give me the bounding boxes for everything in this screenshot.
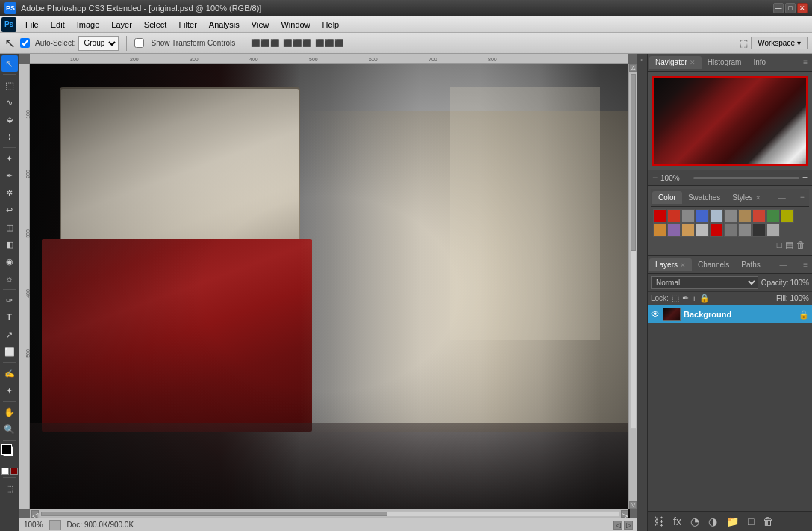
tool-move[interactable]: ↖ xyxy=(1,55,18,72)
standard-mode[interactable] xyxy=(1,468,9,475)
swatch-red2[interactable] xyxy=(710,223,723,237)
nav-panel-minimize[interactable]: — xyxy=(779,58,793,66)
nav-panel-options[interactable]: ≡ xyxy=(800,58,811,66)
tab-styles[interactable]: Styles ✕ xyxy=(726,191,766,204)
tool-eyedropper[interactable]: ✦ xyxy=(1,382,18,399)
nav-zoom-out[interactable]: − xyxy=(652,173,658,183)
tool-notes[interactable]: ✍ xyxy=(1,365,18,382)
color-folder-btn[interactable]: ▤ xyxy=(785,240,793,250)
lock-transparent-icon[interactable]: ⬚ xyxy=(672,294,679,303)
color-panel-options[interactable]: ≡ xyxy=(797,193,808,202)
tool-type[interactable]: T xyxy=(1,309,18,326)
swatch-sand[interactable] xyxy=(681,223,695,237)
v-scroll-up[interactable]: △ xyxy=(629,64,637,72)
tool-hand[interactable]: ✋ xyxy=(1,404,18,420)
tool-path[interactable]: ↗ xyxy=(1,326,18,343)
layer-fx-btn[interactable]: fx xyxy=(670,514,684,529)
color-create-btn[interactable]: □ xyxy=(777,240,782,250)
swatch-ltgray[interactable] xyxy=(766,223,780,237)
close-button[interactable]: ✕ xyxy=(797,3,808,13)
swatch-gray2[interactable] xyxy=(724,209,737,223)
swatch-dark[interactable] xyxy=(752,223,766,237)
move-tool-icon[interactable]: ↖ xyxy=(4,35,16,52)
h-scroll-right[interactable]: ▷ xyxy=(621,510,628,518)
menu-view[interactable]: View xyxy=(246,19,275,31)
menu-edit[interactable]: Edit xyxy=(45,19,71,31)
layers-panel-minimize[interactable]: — xyxy=(777,261,790,269)
tool-blur[interactable]: ◉ xyxy=(1,253,18,270)
color-selector[interactable] xyxy=(1,444,18,465)
screen-mode[interactable]: ⬚ xyxy=(1,480,18,497)
color-trash-btn[interactable]: 🗑 xyxy=(796,240,805,250)
layer-delete-btn[interactable]: 🗑 xyxy=(760,514,776,529)
lock-all-icon[interactable]: 🔒 xyxy=(699,294,710,303)
blend-mode-select[interactable]: Normal Multiply Screen Overlay xyxy=(651,276,758,289)
tab-navigator[interactable]: Navigator ✕ xyxy=(649,56,702,69)
swatch-purple[interactable] xyxy=(667,223,681,237)
color-panel-minimize[interactable]: — xyxy=(775,193,789,202)
tab-layers-close[interactable]: ✕ xyxy=(680,261,686,269)
menu-help[interactable]: Help xyxy=(316,19,346,31)
tab-styles-close[interactable]: ✕ xyxy=(755,194,761,202)
tool-lasso[interactable]: ∿ xyxy=(1,94,18,111)
tab-info[interactable]: Info xyxy=(747,56,772,69)
workspace-button[interactable]: Workspace ▾ xyxy=(751,37,808,49)
tool-crop[interactable]: ⊹ xyxy=(1,128,18,145)
menu-window[interactable]: Window xyxy=(275,19,316,31)
swatch-lightblue[interactable] xyxy=(710,209,723,223)
swatch-red[interactable] xyxy=(667,209,681,223)
tool-history[interactable]: ↩ xyxy=(1,202,18,218)
swatch-tan[interactable] xyxy=(738,209,752,223)
layer-group-btn[interactable]: 📁 xyxy=(723,514,742,529)
v-scroll-down[interactable]: ▽ xyxy=(629,501,637,509)
panel-collapse-strip[interactable]: » xyxy=(637,54,648,531)
maximize-button[interactable]: □ xyxy=(785,3,796,13)
scroll-right-btn[interactable]: ▷ xyxy=(624,521,633,530)
menu-filter[interactable]: Filter xyxy=(172,19,202,31)
v-scroll-thumb[interactable] xyxy=(631,74,636,251)
status-info-btn[interactable] xyxy=(49,520,61,530)
tool-dodge[interactable]: ☼ xyxy=(1,270,18,287)
menu-select[interactable]: Select xyxy=(138,19,173,31)
layer-new-btn[interactable]: □ xyxy=(745,514,757,529)
tool-eraser[interactable]: ◫ xyxy=(1,219,18,235)
nav-zoom-in[interactable]: + xyxy=(802,173,808,183)
quick-mask[interactable] xyxy=(10,468,18,475)
lock-image-icon[interactable]: ✒ xyxy=(682,294,689,303)
swatch-orange[interactable] xyxy=(653,223,666,237)
layer-visibility-eye[interactable]: 👁 xyxy=(651,309,660,320)
tab-paths[interactable]: Paths xyxy=(735,258,766,271)
tab-histogram[interactable]: Histogram xyxy=(702,56,748,69)
h-scrollbar[interactable]: ◁ ▷ xyxy=(30,509,628,518)
tool-pen[interactable]: ✑ xyxy=(1,292,18,308)
v-scrollbar[interactable]: △ ▽ xyxy=(628,64,637,509)
show-transform-checkbox[interactable] xyxy=(134,38,144,48)
tab-navigator-close[interactable]: ✕ xyxy=(690,59,696,66)
swatch-gray4[interactable] xyxy=(738,223,752,237)
tool-clone[interactable]: ✲ xyxy=(1,184,18,201)
layer-mask-btn[interactable]: ◔ xyxy=(687,514,702,529)
menu-layer[interactable]: Layer xyxy=(105,19,138,31)
scroll-left-btn[interactable]: ◁ xyxy=(613,521,622,530)
lock-position-icon[interactable]: + xyxy=(692,294,696,303)
v-scroll-track[interactable] xyxy=(630,73,637,429)
tool-marquee[interactable]: ⬚ xyxy=(1,77,18,93)
nav-zoom-slider[interactable] xyxy=(693,177,799,179)
tool-heal[interactable]: ✦ xyxy=(1,150,18,167)
swatch-silver[interactable] xyxy=(696,223,709,237)
minimize-button[interactable]: — xyxy=(773,3,784,13)
swatch-yellow[interactable] xyxy=(781,209,794,223)
menu-analysis[interactable]: Analysis xyxy=(203,19,246,31)
tool-brush[interactable]: ✒ xyxy=(1,167,18,184)
swatch-blue[interactable] xyxy=(696,209,709,223)
tab-channels[interactable]: Channels xyxy=(692,258,735,271)
swatch-orange-red[interactable] xyxy=(752,209,766,223)
layer-adj-btn[interactable]: ◑ xyxy=(705,514,720,529)
swatch-gray[interactable] xyxy=(681,209,695,223)
tab-color[interactable]: Color xyxy=(652,191,682,204)
h-scroll-left[interactable]: ◁ xyxy=(31,510,39,518)
tool-quickselect[interactable]: ⬙ xyxy=(1,111,18,128)
tool-gradient[interactable]: ◧ xyxy=(1,236,18,252)
h-scroll-track[interactable] xyxy=(40,511,619,517)
layer-link-btn[interactable]: ⛓ xyxy=(651,514,667,529)
